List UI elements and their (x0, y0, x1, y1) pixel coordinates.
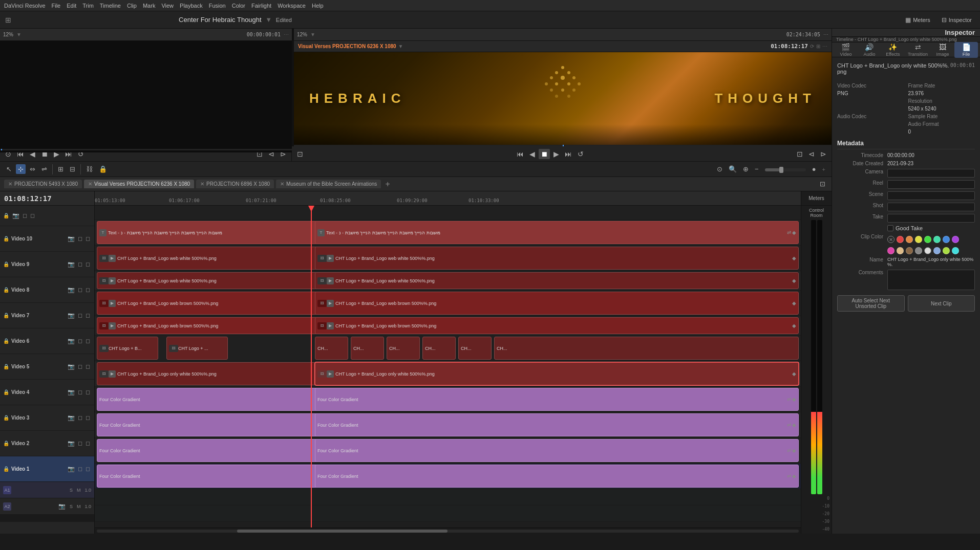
btn-trim-mode[interactable]: ⇔ (28, 164, 37, 174)
color-dot-lime[interactable] (943, 247, 950, 254)
good-take-box[interactable] (887, 225, 893, 231)
btn-lock-v5[interactable]: ◻ (84, 363, 91, 370)
color-dot-yellow[interactable] (915, 236, 922, 243)
btn-lock-v2[interactable]: ◻ (84, 439, 91, 447)
lock-icon-v2[interactable]: 🔒 (3, 441, 9, 446)
menu-view[interactable]: View (161, 3, 174, 9)
menu-fusion[interactable]: Fusion (209, 3, 226, 9)
clip-logo-white-v9-right[interactable]: 🖼 ▶ CHT Logo + Brand_Logo web white 500%… (315, 247, 799, 270)
btn-fullscreen2-r[interactable]: ⊡ (795, 149, 805, 159)
clip-text-right[interactable]: T Text - מושבות הניייך מיושבת הניייך מיו… (315, 221, 799, 244)
btn-lock-v3[interactable]: ◻ (84, 414, 91, 422)
scroll-track[interactable] (97, 530, 799, 533)
btn-camera-a2[interactable]: 📷 (57, 502, 67, 510)
btn-zoom-to-fit[interactable]: ⊙ (715, 164, 725, 174)
menu-file[interactable]: File (52, 3, 61, 9)
clip-logo-brown-v8b-right[interactable]: 🖼 ▶ CHT Logo + Brand_Logo web brown 500%… (315, 317, 799, 334)
tracks-area[interactable]: T Text - מושבות הניייך מיושבת הניייך מיו… (95, 206, 801, 527)
menu-color[interactable]: Color (232, 3, 245, 9)
clip-cht-v7-r6[interactable]: CH... (494, 337, 799, 360)
clip-cht-v7-r1[interactable]: CH... (315, 337, 348, 360)
btn-link[interactable]: ⛓ (84, 164, 95, 174)
btn-timeline-expand[interactable]: ⊡ (818, 179, 827, 189)
auto-select-next-btn[interactable]: Auto Select Next Unsorted Clip (837, 295, 905, 312)
btn-lock-v6[interactable]: ◻ (84, 337, 91, 345)
clip-gradient-v2-right[interactable]: Four Color Gradient ⇌ ◆ (315, 439, 799, 462)
clip-cht-v7-1[interactable]: 🖼 CHT Logo + B... (97, 337, 158, 360)
menu-mark[interactable]: Mark (143, 3, 155, 9)
menu-trim[interactable]: Trim (82, 3, 94, 9)
lock-icon-v3[interactable]: 🔒 (3, 415, 9, 421)
btn-vis-v8[interactable]: 📷 (67, 286, 76, 294)
clip-v1r-kf[interactable]: ⇌ (787, 473, 791, 479)
clip-cht-v7-r4[interactable]: CH... (422, 337, 456, 360)
btn-mute-v1[interactable]: ◻ (77, 465, 83, 473)
btn-lock-v9[interactable]: ◻ (84, 260, 91, 268)
color-dot-lightblue[interactable] (933, 247, 941, 254)
clip-end-right[interactable]: ◆ (792, 230, 796, 235)
inspector-tab-audio[interactable]: 🔊 Audio (858, 42, 881, 58)
menu-help[interactable]: Help (312, 3, 324, 9)
btn-vis-v9[interactable]: 📷 (67, 260, 76, 268)
source-viewer[interactable]: 12% ▼ 00:00:00:01 ⋯ (0, 29, 292, 146)
btn-mute-v8[interactable]: ◻ (77, 286, 83, 294)
clip-cht-v7-r2[interactable]: CH... (351, 337, 384, 360)
add-timeline-tab[interactable]: + (383, 180, 392, 189)
btn-vis-v5[interactable]: 📷 (67, 363, 76, 370)
next-clip-btn[interactable]: Next Clip (908, 295, 975, 312)
clip-cht-v7-2[interactable]: 🖼 CHT Logo + ... (166, 337, 228, 360)
btn-zoom-out[interactable]: 🔍 (727, 164, 739, 174)
inspector-button[interactable]: ⊟ Inspector (939, 15, 975, 25)
btn-vis-v1[interactable]: 📷 (67, 465, 76, 473)
btn-mute-v10[interactable]: ◻ (77, 235, 83, 243)
lock-icon-v10[interactable]: 🔒 (3, 236, 9, 241)
clip-v3r-kf[interactable]: ⇌ (787, 422, 791, 428)
color-dot-purple[interactable] (952, 236, 959, 243)
btn-dynamic-trim[interactable]: ⇌ (39, 164, 49, 174)
timeline-tab-3[interactable]: ✕ Museum of the Bible Screen Animations (276, 180, 381, 188)
meta-input-shot[interactable] (887, 203, 975, 211)
menu-edit[interactable]: Edit (67, 3, 76, 9)
clip-gradient-v1-right[interactable]: Four Color Gradient ⇌ ◆ (315, 465, 799, 488)
btn-vis-v6[interactable]: 📷 (67, 337, 76, 345)
lock-icon-v11[interactable]: 🔒 (3, 213, 9, 218)
btn-mute-v7[interactable]: ◻ (77, 312, 83, 319)
lock-icon-v9[interactable]: 🔒 (3, 261, 9, 267)
lock-icon-v1[interactable]: 🔒 (3, 466, 9, 472)
btn-mute-v4[interactable]: ◻ (77, 388, 83, 396)
btn-mute-v3[interactable]: ◻ (77, 414, 83, 422)
clip-gradient-v3-right[interactable]: Four Color Gradient ⇌ ◆ (315, 413, 799, 436)
btn-lock-v10[interactable]: ◻ (84, 235, 91, 243)
btn-camera-v11[interactable]: 📷 (11, 212, 20, 219)
clip-cht-v7-r5[interactable]: CH... (458, 337, 492, 360)
btn-overwrite[interactable]: ⊟ (68, 164, 77, 174)
btn-mute-v9[interactable]: ◻ (77, 260, 83, 268)
btn-edit-mode[interactable]: ↖ (4, 164, 14, 174)
clip-logo-brown-v8-right[interactable]: 🖼 ▶ CHT Logo + Brand_Logo web brown 500%… (315, 292, 799, 315)
meta-input-take[interactable] (887, 214, 975, 223)
btn-stop-r[interactable]: ⏹ (539, 149, 550, 159)
btn-markers[interactable]: ● (810, 164, 818, 174)
btn-lock-v1[interactable]: ◻ (84, 465, 91, 473)
clip-keyframe-right[interactable]: ⇌ (787, 230, 791, 235)
clip-v9br-end[interactable]: ◆ (792, 278, 796, 283)
btn-vis-v7[interactable]: 📷 (67, 312, 76, 319)
btn-opt-r[interactable]: ⊲ (806, 149, 817, 159)
btn-selection-mode[interactable]: ⊹ (16, 164, 26, 174)
meta-input-scene[interactable] (887, 191, 975, 200)
clip-v2r-end[interactable]: ◆ (792, 448, 796, 453)
btn-lock-v8[interactable]: ◻ (84, 286, 91, 294)
good-take-checkbox[interactable]: Good Take (887, 225, 923, 231)
clip-v4r-kf[interactable]: ⇌ (787, 397, 791, 402)
clip-v8br-end[interactable]: ◆ (792, 323, 796, 328)
btn-fullscreen-r[interactable]: ⊡ (295, 149, 305, 159)
clip-gradient-v4-right[interactable]: Four Color Gradient ⇌ ◆ (315, 388, 799, 411)
timeline-scrollbar[interactable] (95, 527, 801, 534)
tab-close-1[interactable]: ✕ (88, 181, 92, 187)
clip-v1r-end[interactable]: ◆ (792, 473, 796, 479)
timeline-tab-2[interactable]: ✕ PROJECTION 6896 X 1080 (196, 180, 274, 188)
btn-vis-v2[interactable]: 📷 (67, 439, 76, 447)
clip-v8r-end[interactable]: ◆ (792, 300, 796, 306)
btn-rev-r[interactable]: ◀ (527, 149, 537, 159)
clip-logo-only-white-right[interactable]: 🖼 ▶ CHT Logo + Brand_Logo only white 500… (315, 362, 799, 385)
